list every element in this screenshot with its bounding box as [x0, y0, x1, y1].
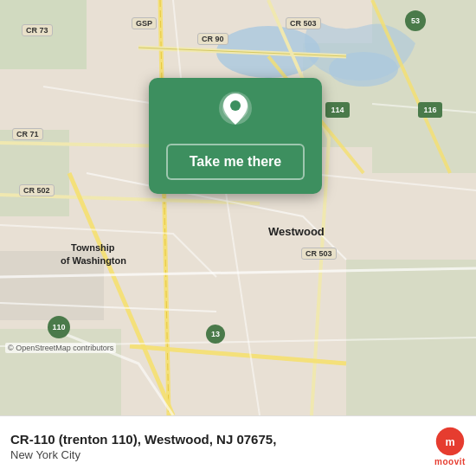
map-container: CR 73 GSP CR 90 CR 503 CR 503 53 116 114…: [0, 0, 476, 415]
shield-53: 53: [405, 10, 426, 31]
road-label-cr503a: CR 503: [286, 17, 321, 29]
road-label-cr90: CR 90: [197, 33, 228, 45]
road-label-cr503b: CR 503: [301, 248, 337, 260]
map-label-washington: of Washington: [61, 255, 126, 266]
shield-114: 114: [325, 102, 350, 118]
shield-13: 13: [206, 325, 225, 344]
road-label-gsp: GSP: [132, 17, 157, 29]
bottom-bar: CR-110 (trenton 110), Westwood, NJ 07675…: [0, 415, 476, 476]
road-label-cr71: CR 71: [12, 128, 43, 140]
map-pin-icon: [219, 92, 252, 137]
moovit-icon-svg: m: [434, 426, 466, 457]
road-label-cr73: CR 73: [22, 24, 53, 36]
map-background: [0, 0, 476, 415]
map-label-township: Township: [71, 242, 115, 253]
location-info: CR-110 (trenton 110), Westwood, NJ 07675…: [10, 431, 426, 461]
shield-110: 110: [48, 316, 70, 338]
location-title: CR-110 (trenton 110), Westwood, NJ 07675…: [10, 431, 426, 448]
map-label-westwood: Westwood: [268, 225, 325, 238]
road-label-cr502: CR 502: [19, 184, 55, 196]
osm-credit: © OpenStreetMap contributors: [5, 343, 116, 353]
take-me-there-button[interactable]: Take me there: [166, 144, 305, 180]
take-me-there-card: Take me there: [149, 78, 322, 194]
moovit-logo: m moovit: [434, 426, 466, 466]
svg-point-12: [230, 100, 241, 111]
svg-text:m: m: [445, 436, 454, 448]
svg-rect-5: [0, 329, 121, 415]
location-subtitle: New York City: [10, 448, 426, 461]
moovit-label: moovit: [434, 457, 466, 466]
shield-116: 116: [418, 102, 442, 118]
